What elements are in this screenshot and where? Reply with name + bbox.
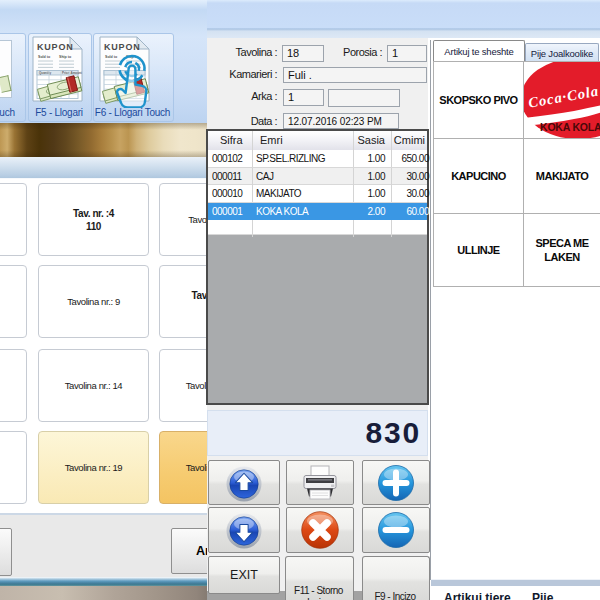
svg-text:Ship to: Ship to (59, 55, 72, 59)
svg-text:Sold to: Sold to (105, 55, 118, 59)
svg-text:Price: Price (62, 71, 70, 75)
svg-text:Sold to: Sold to (38, 55, 51, 59)
svg-text:KUPON: KUPON (104, 42, 141, 52)
svg-text:Quantity: Quantity (39, 71, 51, 75)
svg-text:Amount: Amount (71, 71, 82, 75)
svg-text:KUPON: KUPON (37, 42, 74, 52)
svg-text:KOKA KOLA: KOKA KOLA (540, 120, 600, 132)
